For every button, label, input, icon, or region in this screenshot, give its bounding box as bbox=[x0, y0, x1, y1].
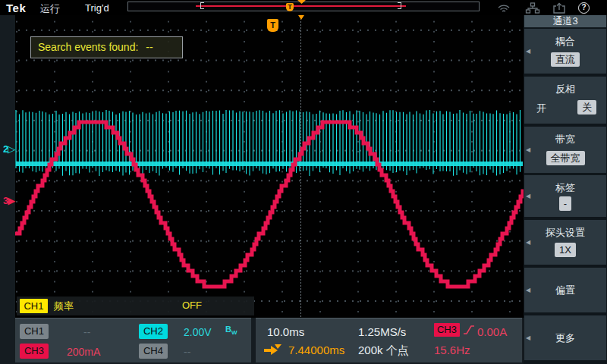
waveform-graticule[interactable] bbox=[15, 15, 524, 318]
zoom-bracket-right-icon bbox=[398, 2, 401, 9]
label-value-button[interactable]: - bbox=[559, 196, 571, 211]
wifi-icon[interactable] bbox=[497, 2, 511, 13]
menu-section-offset[interactable]: ◀ 偏置 bbox=[524, 268, 606, 312]
measurement-value: OFF bbox=[182, 300, 202, 311]
ch3-scale-value: 200mA bbox=[67, 346, 100, 358]
coupling-value-button[interactable]: 直流 bbox=[551, 52, 580, 67]
menu-section-bandwidth[interactable]: ◀ 带宽 全带宽 bbox=[524, 127, 606, 173]
trigger-indicator-badge[interactable]: T bbox=[267, 19, 278, 32]
sample-rate: 1.25MS/s bbox=[358, 325, 406, 338]
record-length: 200k 个点 bbox=[358, 344, 409, 358]
label-label: 标签 bbox=[524, 181, 606, 195]
offset-label: 偏置 bbox=[524, 268, 606, 312]
trigger-level-value: 0.00A bbox=[477, 325, 507, 338]
ch1-badge[interactable]: CH1 bbox=[20, 324, 49, 339]
zoom-bracket-left-icon bbox=[200, 2, 204, 9]
channel3-reference-marker[interactable]: 3▶ bbox=[3, 195, 14, 206]
horizontal-position-value: 7.44000ms bbox=[288, 344, 344, 356]
invert-on-option[interactable]: 开 bbox=[536, 102, 546, 115]
trigger-t-icon: T bbox=[286, 3, 294, 11]
ch3-badge[interactable]: CH3 bbox=[20, 344, 49, 359]
invert-label: 反相 bbox=[524, 83, 606, 96]
channel2-reference-marker[interactable]: 2▷ bbox=[3, 143, 14, 155]
trigger-status: Trig'd bbox=[85, 2, 109, 14]
ch4-badge[interactable]: CH4 bbox=[139, 344, 168, 359]
side-menu-title: 通道3 bbox=[524, 15, 606, 27]
ch2-scale-value: 2.00V bbox=[184, 326, 212, 338]
search-results-bar[interactable]: Search events found:-- bbox=[30, 36, 183, 58]
side-menu-channel3: 通道3 ◀ 耦合 直流 反相 开 关 ◀ 带宽 全带宽 ◀ 标签 - ◀ 探头设… bbox=[524, 14, 607, 364]
oscilloscope-screen: { "top_bar": { "logo": "Tek", "acq_statu… bbox=[0, 0, 607, 364]
probe-setup-label: 探头设置 bbox=[524, 226, 606, 240]
channel2-marker-arrow-icon: ▷ bbox=[8, 143, 14, 155]
probe-value-button[interactable]: 1X bbox=[555, 243, 576, 257]
search-results-label: Search events found: bbox=[38, 41, 138, 53]
network-icon[interactable] bbox=[525, 2, 540, 14]
ch4-scale-value: -- bbox=[184, 346, 190, 358]
channel-readout-panel: CH1 -- CH2 2.00V BW CH3 200mA CH4 -- bbox=[15, 318, 251, 362]
invert-off-option[interactable]: 关 bbox=[577, 100, 596, 115]
menu-section-more[interactable]: ◀ 更多 bbox=[524, 315, 606, 360]
record-waveform-line bbox=[196, 5, 406, 7]
acquisition-status: 运行 bbox=[40, 2, 60, 16]
ch1-scale-value: -- bbox=[83, 326, 90, 338]
more-label: 更多 bbox=[524, 315, 606, 360]
horizontal-position-arrow-icon bbox=[263, 344, 283, 356]
menu-section-invert[interactable]: 反相 开 关 bbox=[524, 77, 606, 124]
ch2-badge[interactable]: CH2 bbox=[139, 324, 168, 339]
bandwidth-limit-icon: BW bbox=[225, 325, 237, 336]
menu-section-probe-setup[interactable]: ◀ 探头设置 1X bbox=[524, 220, 606, 265]
rising-edge-icon bbox=[462, 323, 476, 337]
bandwidth-value-button[interactable]: 全带宽 bbox=[546, 151, 585, 165]
measurement-readout-bar[interactable]: CH1 频率 OFF bbox=[17, 297, 254, 315]
horizontal-trigger-panel[interactable]: 10.0ms 1.25MS/s CH3 0.00A 7.44000ms 200k… bbox=[256, 318, 522, 362]
share-file-icon[interactable] bbox=[552, 2, 567, 14]
menu-section-coupling[interactable]: ◀ 耦合 直流 bbox=[524, 29, 606, 74]
bandwidth-label: 带宽 bbox=[524, 133, 606, 146]
trigger-frequency: 15.6Hz bbox=[434, 344, 470, 356]
channel3-marker-arrow-icon: ▶ bbox=[8, 195, 14, 206]
record-view-bar[interactable] bbox=[127, 2, 480, 11]
top-status-bar: Tek 运行 Trig'd T ? bbox=[0, 0, 607, 15]
measurement-source-badge: CH1 bbox=[20, 299, 48, 313]
coupling-label: 耦合 bbox=[524, 35, 606, 49]
menu-section-label[interactable]: ◀ 标签 - bbox=[524, 175, 606, 217]
horizontal-scale: 10.0ms bbox=[267, 325, 304, 338]
measurement-type-label: 频率 bbox=[54, 300, 74, 313]
trigger-source-badge[interactable]: CH3 bbox=[434, 323, 460, 337]
help-icon[interactable]: ? bbox=[578, 2, 590, 14]
graticule-center-line bbox=[300, 15, 301, 318]
tek-logo: Tek bbox=[6, 2, 26, 14]
search-results-value: -- bbox=[146, 41, 153, 53]
